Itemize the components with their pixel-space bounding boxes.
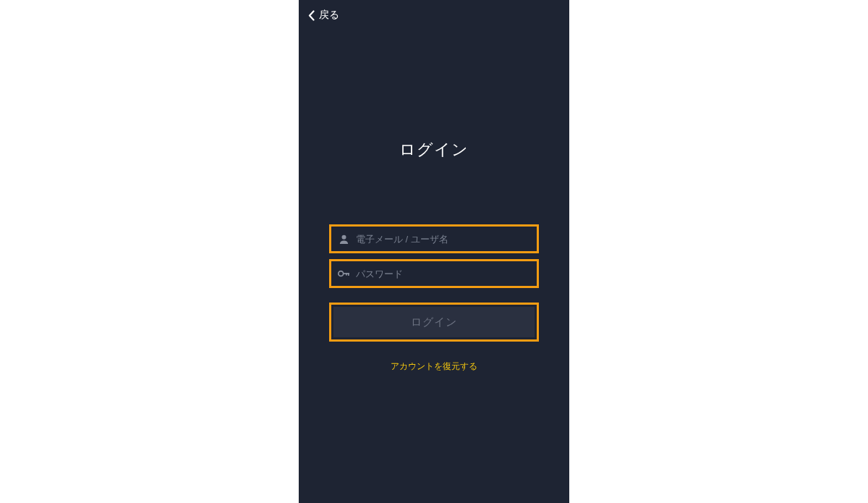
user-icon [337,232,350,245]
login-heading: ログイン [299,139,569,161]
email-input[interactable] [356,234,531,245]
recover-account-link[interactable]: アカウントを復元する [329,360,539,373]
svg-point-0 [341,234,346,239]
login-form: ログイン アカウントを復元する [329,224,539,373]
back-label: 戻る [319,9,339,22]
svg-point-1 [338,271,343,276]
device-frame: 戻る ログイン ログイン [299,0,569,503]
svg-rect-3 [346,273,347,275]
key-icon [337,267,350,280]
login-button[interactable]: ログイン [333,307,535,337]
password-input[interactable] [356,269,531,279]
svg-rect-4 [348,273,349,276]
email-field-wrap [329,224,539,253]
chevron-left-icon [307,9,315,21]
login-button-wrap: ログイン [329,303,539,342]
back-button[interactable]: 戻る [307,9,339,22]
password-field-wrap [329,259,539,288]
